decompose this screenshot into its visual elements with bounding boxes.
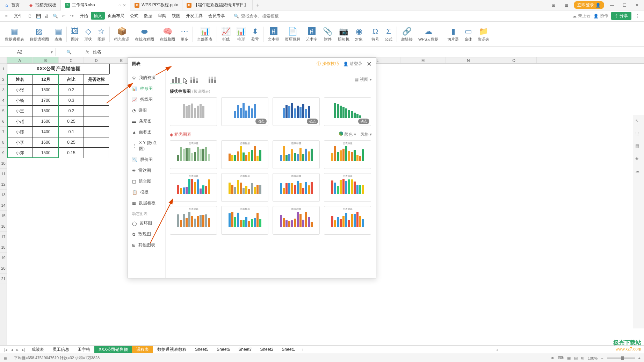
close-panel-icon[interactable]: ✕ (367, 60, 372, 68)
ribbon-艺术字[interactable]: 🅰艺术字 (303, 24, 320, 45)
subtype-clustered[interactable] (170, 74, 182, 84)
table-cell[interactable]: 1500 (33, 85, 59, 95)
chart-type-10[interactable]: ▦数据看板 (128, 198, 165, 208)
table-cell[interactable]: 小张 (7, 85, 33, 95)
row-header[interactable]: 10 (0, 158, 7, 169)
chart-type-6[interactable]: 📉股价图 (128, 154, 165, 165)
analysis-icon[interactable]: ◈ (635, 156, 642, 163)
table-cell[interactable] (84, 106, 109, 116)
table-cell[interactable] (84, 95, 109, 106)
status-mode-icon[interactable]: ▦ (3, 356, 7, 360)
col-header[interactable]: O (491, 57, 537, 63)
preset-chart-2[interactable]: 动态 (273, 97, 320, 126)
preset-chart-0[interactable] (170, 97, 217, 126)
col-header[interactable]: N (446, 57, 491, 63)
ribbon-图片[interactable]: 🖼图片 (68, 24, 81, 45)
tab-ppt1[interactable]: PWPS PPT教程.pptx (130, 0, 182, 10)
menu-8[interactable]: 会员专享 (205, 12, 228, 20)
ribbon-切片器[interactable]: ▮切片器 (444, 24, 462, 45)
my-resources[interactable]: ♔我的资源 (128, 72, 165, 83)
chart-type-4[interactable]: ▲面积图 (128, 127, 165, 137)
ribbon-数据透视表[interactable]: ▦数据透视表 (2, 24, 27, 45)
menu-2[interactable]: 页面布局 (105, 12, 127, 20)
close-icon[interactable]: × (123, 2, 126, 8)
docer-chart-7[interactable]: 图表标题 (324, 173, 371, 202)
prev-sheet-icon[interactable]: ◂ (9, 347, 14, 352)
ribbon-形状[interactable]: ◇形状 (81, 24, 95, 45)
table-cell[interactable]: 0.2 (59, 85, 84, 95)
backup-icon[interactable]: ☁ (635, 169, 642, 176)
cancel-icon[interactable]: 🔍 (66, 50, 72, 55)
row-header[interactable]: 1 (0, 64, 7, 74)
chart-type-5[interactable]: ⋮X Y (散点图) (128, 137, 165, 154)
row-header[interactable]: 11 (0, 169, 7, 179)
menu-3[interactable]: 公式 (127, 12, 141, 20)
view-toggle[interactable]: ▦视图 ▾ (355, 77, 372, 83)
ribbon-WPS云数据[interactable]: ☁WPS云数据 (415, 24, 441, 45)
sheet-tab-6[interactable]: Sheet5 (191, 346, 212, 353)
docer-chart-6[interactable]: 图表标题 (273, 173, 320, 202)
chevron-down-icon[interactable]: ▾ (51, 50, 53, 55)
row-header[interactable]: 4 (0, 95, 7, 106)
col-header[interactable]: C (59, 57, 84, 63)
table-cell[interactable]: 0.2 (59, 106, 84, 116)
ribbon-照相机[interactable]: 📷照相机 (335, 24, 352, 45)
ribbon-在线脑图[interactable]: 🧠在线脑图 (157, 24, 178, 45)
table-cell[interactable] (84, 148, 109, 158)
search-input[interactable] (241, 14, 290, 19)
table-cell[interactable]: 1600 (33, 116, 59, 127)
new-tab-button[interactable]: + (253, 2, 263, 8)
table-cell[interactable]: 1600 (33, 137, 59, 148)
zoom-out-icon[interactable]: − (601, 356, 603, 360)
view-normal-icon[interactable]: ▦ (567, 356, 571, 360)
share-button[interactable]: ⇪分享 (611, 12, 631, 20)
table-cell[interactable]: 小赵 (7, 116, 33, 127)
menu-icon[interactable]: ≡ (3, 13, 10, 20)
docer-chart-8[interactable]: 图表标题 (170, 206, 217, 235)
docer-chart-2[interactable]: 图表标题 (273, 140, 320, 169)
file-menu[interactable]: 文件 (11, 12, 25, 20)
save-icon[interactable]: 💾 (35, 13, 42, 20)
ribbon-表格[interactable]: ▤表格 (52, 24, 65, 45)
table-cell[interactable]: 小李 (7, 137, 33, 148)
sheet-tab-7[interactable]: Sheet6 (212, 346, 234, 353)
sheet-tab-8[interactable]: Sheet7 (234, 346, 256, 353)
preview-icon[interactable]: 🔍 (52, 13, 59, 20)
tab-home[interactable]: ⌂首页 (0, 0, 24, 10)
layout1-icon[interactable]: ⊞ (549, 0, 558, 10)
chart-type-2[interactable]: ◔饼图 (128, 105, 165, 116)
chart-type-8[interactable]: ◫组合图 (128, 176, 165, 187)
ribbon-数据透视图[interactable]: ▨数据透视图 (27, 24, 52, 45)
last-sheet-icon[interactable]: ▸| (21, 347, 27, 352)
ribbon-在线流程图[interactable]: ⬬在线流程图 (132, 24, 157, 45)
table-cell[interactable]: 1500 (33, 148, 59, 158)
table-cell[interactable]: 1700 (33, 95, 59, 106)
table-cell[interactable] (84, 116, 109, 127)
add-sheet-icon[interactable]: + (300, 347, 306, 353)
table-cell[interactable]: 1400 (33, 127, 59, 137)
row-header[interactable]: 9 (0, 148, 7, 158)
chart-type-3[interactable]: ▬条形图 (128, 116, 165, 127)
ribbon-附件[interactable]: 📎附件 (320, 24, 335, 45)
table-cell[interactable]: 小王 (7, 106, 33, 116)
row-header[interactable]: 3 (0, 85, 7, 95)
menu-6[interactable]: 视图 (169, 12, 183, 20)
sheet-tab-2[interactable]: 田字格 (73, 346, 94, 353)
close-window-icon[interactable]: ✕ (632, 0, 642, 10)
formula-input[interactable]: 姓名 (93, 49, 644, 55)
docer-chart-3[interactable]: 图表标题 (324, 140, 371, 169)
sheet-tab-5[interactable]: 数据透视表教程 (153, 346, 191, 353)
row-header[interactable]: 18 (0, 242, 7, 253)
property-icon[interactable]: ▤ (635, 143, 642, 150)
ribbon-窗体[interactable]: ▭窗体 (462, 24, 475, 45)
table-cell[interactable]: 小郑 (7, 148, 33, 158)
zoom-in-icon[interactable]: + (638, 356, 641, 360)
ribbon-文本框[interactable]: 🅰文本框 (265, 24, 282, 45)
ribbon-超链接[interactable]: 🔗超链接 (398, 24, 415, 45)
sheet-tab-10[interactable]: Sheet1 (277, 346, 299, 353)
preset-chart-3[interactable]: 动态 (324, 97, 371, 126)
row-header[interactable]: 14 (0, 200, 7, 211)
row-header[interactable]: 12 (0, 179, 7, 190)
zoom-slider[interactable] (607, 357, 635, 359)
menu-4[interactable]: 数据 (141, 12, 155, 20)
